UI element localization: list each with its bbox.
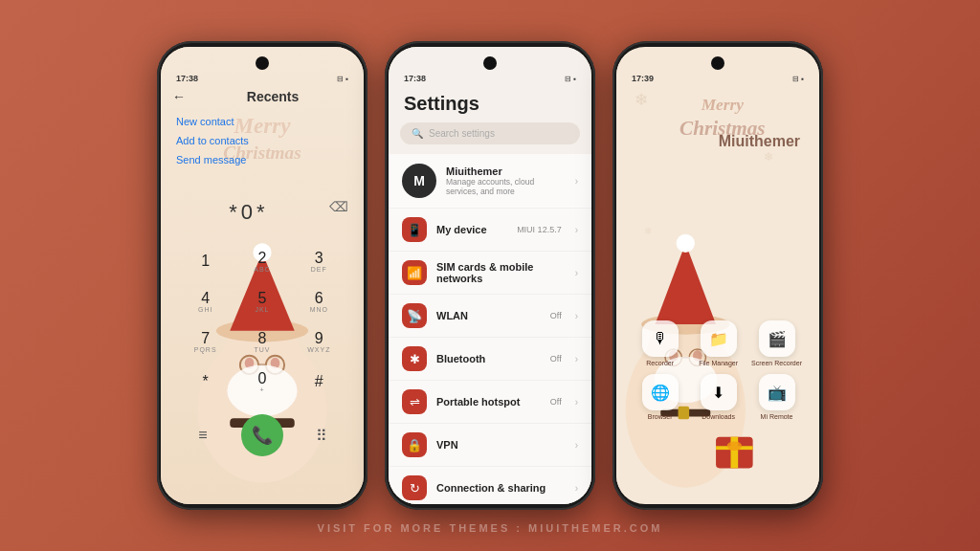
settings-item-hotspot[interactable]: ⇌ Portable hotspot Off › [389, 381, 591, 424]
key-5[interactable]: 5JKL [236, 284, 287, 319]
camera-hole [256, 56, 269, 70]
downloads-icon: ⬇ [701, 374, 737, 410]
file-manager-label: File Manager [699, 360, 738, 366]
watermark: VISIT FOR MORE THEMES : MIUITHEMER.COM [318, 522, 663, 534]
back-button[interactable]: ← [172, 89, 186, 104]
svg-text:❄: ❄ [764, 151, 773, 163]
send-message-action[interactable]: Send message [176, 154, 348, 165]
recorder-label: Recorder [646, 360, 674, 366]
settings-item-vpn[interactable]: 🔒 VPN › [389, 424, 591, 467]
bluetooth-icon: ✱ [402, 346, 427, 371]
svg-text:Merry: Merry [701, 96, 745, 114]
dial-actions: ≡ 📞 ⠿ [161, 407, 364, 464]
new-contact-action[interactable]: New contact [176, 116, 348, 127]
status-icons-1: ⊟ ▪️ [337, 75, 348, 83]
profile-name: Miuithemer [446, 165, 566, 177]
search-icon: 🔍 [412, 128, 423, 139]
key-8[interactable]: 8TUV [236, 324, 287, 359]
contact-actions: New contact Add to contacts Send message [161, 112, 364, 169]
key-1[interactable]: 1 [180, 244, 231, 278]
profile-avatar: M [402, 164, 436, 198]
camera-hole-3 [711, 56, 724, 70]
profile-info: Miuithemer Manage accounts, cloud servic… [446, 165, 566, 196]
add-to-contacts-action[interactable]: Add to contacts [176, 135, 348, 146]
bluetooth-value: Off [550, 354, 562, 364]
app-file-manager[interactable]: 📁 File Manager [693, 320, 744, 366]
launcher-user-label: Miuithemer [719, 133, 800, 150]
mi-remote-icon: 📺 [759, 374, 795, 410]
connection-icon: ↻ [402, 475, 427, 500]
app-browser[interactable]: 🌐 Browser [635, 374, 685, 420]
downloads-label: Downloads [702, 413, 735, 420]
app-mi-remote[interactable]: 📺 Mi Remote [751, 374, 802, 420]
launcher-screen: ❄ ❄ ❄ Merry Christmas [616, 47, 819, 504]
dialer-title: Recents [193, 89, 352, 104]
status-bar-3: 17:39 ⊟ ▪️ [616, 68, 819, 85]
status-time-1: 17:38 [176, 74, 198, 83]
settings-item-bluetooth[interactable]: ✱ Bluetooth Off › [389, 338, 591, 381]
app-downloads[interactable]: ⬇ Downloads [693, 374, 744, 420]
key-4[interactable]: 4GHI [180, 284, 231, 319]
search-bar[interactable]: 🔍 Search settings [400, 122, 580, 144]
browser-label: Browser [648, 413, 673, 420]
key-7[interactable]: 7PQRS [180, 324, 231, 359]
settings-title: Settings [389, 85, 591, 122]
profile-sub: Manage accounts, cloud services, and mor… [446, 177, 566, 196]
dial-display: *0* [176, 181, 322, 232]
app-screen-recorder[interactable]: 🎬 Screen Recorder [751, 320, 802, 366]
svg-point-25 [677, 234, 695, 253]
device-icon: 📱 [402, 217, 427, 242]
mi-remote-label: Mi Remote [761, 413, 793, 420]
app-recorder[interactable]: 🎙 Recorder [635, 320, 685, 366]
settings-item-sim[interactable]: 📶 SIM cards & mobile networks › [389, 252, 591, 295]
settings-item-device[interactable]: 📱 My device MIUI 12.5.7 › [389, 209, 591, 252]
screen-recorder-label: Screen Recorder [751, 360, 802, 366]
key-2[interactable]: 2ABC [236, 244, 287, 278]
status-bar-1: 17:38 ⊟ ▪️ [161, 68, 364, 85]
key-3[interactable]: 3DEF [294, 244, 345, 278]
hotspot-value: Off [550, 397, 562, 407]
menu-button[interactable]: ≡ [188, 420, 218, 451]
settings-item-wlan[interactable]: 📡 WLAN Off › [389, 295, 591, 338]
screen-recorder-icon: 🎬 [759, 320, 795, 357]
camera-hole-2 [483, 56, 497, 70]
phone-2: 17:38 ⊟ ▪️ Settings 🔍 Search settings M … [385, 41, 595, 510]
key-0[interactable]: 0+ [236, 364, 287, 399]
app-grid: 🎙 Recorder 📁 File Manager 🎬 Screen Recor… [627, 313, 810, 428]
call-button[interactable]: 📞 [241, 414, 283, 456]
sim-icon: 📶 [402, 260, 427, 285]
browser-icon: 🌐 [642, 374, 679, 410]
file-manager-icon: 📁 [701, 320, 737, 357]
status-icons-2: ⊟ ▪️ [565, 75, 576, 83]
search-placeholder: Search settings [429, 128, 495, 139]
key-star[interactable]: * [180, 364, 231, 399]
status-time-2: 17:38 [404, 74, 426, 83]
key-6[interactable]: 6MNO [294, 284, 345, 319]
chevron-profile: › [575, 176, 578, 187]
device-value: MIUI 12.5.7 [517, 225, 562, 234]
wlan-value: Off [550, 311, 562, 320]
phone-3: ❄ ❄ ❄ Merry Christmas [612, 41, 823, 510]
vpn-icon: 🔒 [402, 432, 427, 457]
settings-screen: 17:38 ⊟ ▪️ Settings 🔍 Search settings M … [389, 47, 591, 504]
svg-point-37 [727, 441, 742, 451]
wlan-icon: 📡 [402, 303, 427, 328]
settings-item-profile[interactable]: M Miuithemer Manage accounts, cloud serv… [389, 154, 591, 209]
key-hash[interactable]: # [294, 364, 345, 399]
svg-text:❄: ❄ [644, 226, 652, 236]
key-9[interactable]: 9WXYZ [294, 324, 345, 359]
status-icons-3: ⊟ ▪️ [792, 75, 804, 83]
recorder-icon: 🎙 [642, 320, 679, 357]
svg-text:❄: ❄ [635, 90, 648, 109]
hotspot-icon: ⇌ [402, 389, 427, 414]
phone-1: Merry Christmas [157, 41, 368, 510]
status-bar-2: 17:38 ⊟ ▪️ [389, 68, 591, 85]
delete-button[interactable]: ⌫ [329, 199, 348, 214]
settings-list: M Miuithemer Manage accounts, cloud serv… [389, 154, 591, 504]
settings-item-connection[interactable]: ↻ Connection & sharing › [389, 467, 591, 504]
grid-button[interactable]: ⠿ [306, 420, 337, 451]
status-time-3: 17:39 [632, 74, 654, 83]
keypad: 1 2ABC 3DEF 4GHI 5JKL 6MNO 7PQRS 8TUV 9W… [161, 236, 364, 407]
